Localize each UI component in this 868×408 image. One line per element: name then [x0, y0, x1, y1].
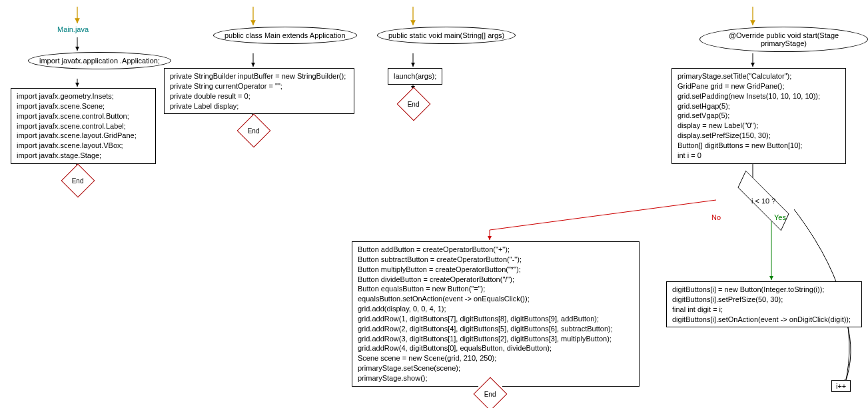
rect-fields: private StringBuilder inputBuffer = new …: [164, 68, 354, 114]
end-2: End: [242, 119, 266, 143]
ellipse-start-method: @Override public void start(Stage primar…: [699, 27, 868, 52]
end-3: End: [402, 92, 426, 116]
rect-loop-body: digitButtons[i] = new Button(Integer.toS…: [666, 281, 862, 327]
end-1: End: [66, 169, 90, 193]
rect-start-body: primaryStage.setTitle("Calculator"); Gri…: [671, 68, 846, 164]
label-yes: Yes: [774, 213, 786, 221]
rect-imports: import javafx.geometry.Insets; import ja…: [11, 88, 156, 164]
rect-after-loop: Button addButton = createOperatorButton(…: [352, 241, 640, 387]
decision-loop: i < 10 ?: [733, 188, 794, 213]
ellipse-main-method: public static void main(String[] args): [377, 27, 516, 44]
ellipse-class-main: public class Main extends Application: [213, 27, 357, 44]
rect-launch: launch(args);: [388, 68, 442, 85]
ellipse-import-app: import javafx.application .Application;: [28, 52, 171, 69]
title-main-java: Main.java: [57, 25, 89, 33]
end-4: End: [478, 382, 502, 406]
label-no: No: [711, 213, 721, 221]
rect-increment: i++: [831, 380, 851, 392]
